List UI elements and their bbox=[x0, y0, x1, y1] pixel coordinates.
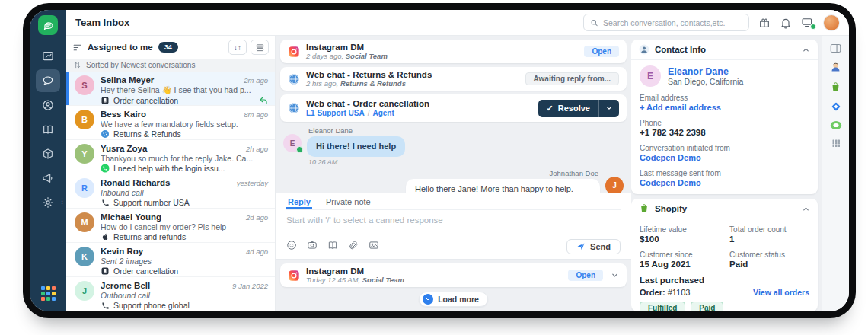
message-preview: We have a few mandatory fields setup. bbox=[101, 120, 268, 129]
assignment-filter-label[interactable]: Assigned to me bbox=[88, 43, 153, 52]
channel-icon bbox=[288, 46, 300, 58]
assigned-agent-link[interactable]: Agent bbox=[372, 109, 394, 117]
conversation-card[interactable]: Web chat - Returns & Refunds 2 hrs ago, … bbox=[280, 67, 627, 91]
shopify-title: Shopify bbox=[655, 204, 687, 213]
send-button[interactable]: Send bbox=[566, 239, 621, 254]
online-status-dot bbox=[810, 24, 816, 30]
active-conversation-card[interactable]: Web chat - Order cancellation L1 Support… bbox=[280, 94, 627, 122]
conversation-card[interactable]: Instagram DM 2 days ago, Social Team Ope… bbox=[280, 40, 627, 63]
message-preview: Inbound call bbox=[101, 188, 268, 197]
conversation-list-item[interactable]: S Selina Meyer 2m ago Hey there Selina 👋… bbox=[66, 72, 275, 106]
thread-panel: Instagram DM 2 days ago, Social Team Ope… bbox=[276, 36, 631, 311]
timestamp: 8m ago bbox=[244, 110, 268, 119]
avatar: B bbox=[75, 110, 94, 129]
message-preview: Hey there Selina 👋 I see that you had p.… bbox=[101, 85, 268, 95]
reply-arrow-icon bbox=[259, 96, 268, 105]
tab-private-note[interactable]: Private note bbox=[324, 196, 372, 207]
nav-orders-icon[interactable] bbox=[36, 142, 60, 165]
contact-name-link[interactable]: Eleanor Dane bbox=[668, 66, 743, 77]
chat-status-icon[interactable] bbox=[801, 17, 814, 28]
global-search[interactable] bbox=[583, 14, 749, 31]
contact-name: Yusra Zoya bbox=[101, 144, 147, 153]
avatar: K bbox=[75, 247, 94, 266]
whatsapp-widget-icon[interactable] bbox=[830, 120, 842, 130]
notifications-bell-icon[interactable] bbox=[780, 17, 792, 29]
collapse-chevron-up-icon[interactable] bbox=[802, 46, 810, 54]
camera-icon[interactable] bbox=[307, 240, 318, 254]
attachment-icon[interactable] bbox=[348, 240, 359, 254]
load-more-button[interactable]: Load more bbox=[419, 292, 488, 307]
resolve-button[interactable]: ✓Resolve bbox=[538, 100, 619, 117]
emoji-icon[interactable] bbox=[286, 240, 297, 254]
reply-composer: Reply Private note Send bbox=[276, 193, 631, 260]
profile-avatar[interactable] bbox=[823, 14, 840, 31]
order-count-value: 1 bbox=[729, 234, 809, 244]
conversation-list-item[interactable]: K Kevin Roy 4d ago Sent 2 images Order c… bbox=[66, 243, 275, 277]
channel-icon bbox=[101, 232, 110, 241]
conversation-list-panel: Assigned to me 34 ↓↑ Sorted by Newest co… bbox=[66, 36, 276, 311]
timestamp: 4d ago bbox=[246, 247, 268, 256]
initiated-from-link[interactable]: Codepen Demo bbox=[640, 153, 809, 162]
message-preview: Thankyou so much for the reply Jake. Ca.… bbox=[101, 154, 268, 163]
nav-contacts-icon[interactable] bbox=[36, 94, 60, 116]
lifetime-value-label: Lifetime value bbox=[640, 225, 723, 234]
collapse-chevron-up-icon[interactable] bbox=[802, 205, 810, 213]
conversation-card[interactable]: Instagram DM Today 12:45 AM, Social Team… bbox=[280, 263, 627, 287]
contact-location: San Diego, California bbox=[668, 77, 743, 86]
view-all-orders-link[interactable]: View all orders bbox=[753, 288, 809, 297]
conversation-list-item[interactable]: R Ronald Richards yesterday Inbound call… bbox=[66, 174, 275, 209]
filter-menu-icon[interactable] bbox=[72, 43, 82, 53]
channel-icon bbox=[288, 73, 300, 85]
device-frame: ⋮ Team Inbox bbox=[23, 3, 856, 318]
nav-reports-icon[interactable] bbox=[36, 45, 60, 68]
nav-settings-icon[interactable]: ⋮ bbox=[36, 191, 60, 214]
search-input[interactable] bbox=[603, 18, 742, 27]
resolve-dropdown-caret[interactable] bbox=[599, 100, 619, 117]
search-icon bbox=[590, 18, 598, 27]
conversation-title: Instagram DM bbox=[306, 43, 578, 52]
initiated-from-label: Conversation initiated from bbox=[640, 144, 809, 152]
channel-icon bbox=[101, 266, 110, 276]
status-badge: Open bbox=[584, 46, 619, 57]
sort-button[interactable]: ↓↑ bbox=[228, 40, 247, 55]
add-email-link[interactable]: + Add email address bbox=[640, 103, 809, 112]
avatar: J bbox=[605, 177, 624, 193]
integration-diamond-icon[interactable] bbox=[831, 101, 841, 112]
conversation-tag-label: I need help with the login issu... bbox=[113, 164, 225, 173]
conversation-list-item[interactable]: B Bess Kairo 8m ago We have a few mandat… bbox=[66, 106, 275, 140]
view-toggle-button[interactable] bbox=[251, 40, 269, 55]
last-message-from-link[interactable]: Codepen Demo bbox=[640, 178, 809, 187]
last-message-from-label: Last message sent from bbox=[640, 169, 809, 177]
phone-value: +1 782 342 2398 bbox=[640, 128, 809, 137]
tab-reply[interactable]: Reply bbox=[286, 196, 312, 207]
canned-response-book-icon[interactable] bbox=[327, 240, 338, 254]
channel-icon bbox=[101, 198, 110, 207]
sorted-by-bar[interactable]: Sorted by Newest conversations bbox=[66, 59, 275, 72]
gift-icon[interactable] bbox=[758, 17, 771, 29]
grid-icon[interactable] bbox=[831, 139, 841, 148]
nav-campaigns-icon[interactable] bbox=[36, 167, 60, 190]
nav-conversations-icon[interactable] bbox=[36, 69, 60, 92]
timestamp: 2m ago bbox=[244, 76, 268, 85]
panel-toggle-icon[interactable] bbox=[830, 43, 841, 53]
reply-input[interactable] bbox=[286, 210, 621, 236]
chevron-down-icon[interactable] bbox=[611, 271, 619, 279]
chevron-down-icon bbox=[423, 294, 433, 305]
shopify-widget-icon[interactable] bbox=[830, 81, 841, 93]
image-icon[interactable] bbox=[369, 240, 379, 254]
avatar: R bbox=[75, 178, 94, 198]
conversation-list-item[interactable]: Y Yusra Zoya 2h ago Thankyou so much for… bbox=[66, 140, 275, 174]
contact-info-card: Contact Info E Eleanor Dane San Diego, C… bbox=[631, 40, 818, 194]
app-logo[interactable] bbox=[38, 15, 58, 35]
contact-widget-icon[interactable] bbox=[830, 62, 841, 73]
conversation-list-item[interactable]: J Jerome Bell 9 Jan 2022 Outbound call S… bbox=[66, 277, 275, 311]
assigned-team-link[interactable]: L1 Support USA bbox=[306, 109, 365, 117]
contact-name: Jerome Bell bbox=[101, 281, 150, 290]
left-nav-rail: ⋮ bbox=[30, 10, 66, 311]
conversation-subtitle: Today 12:45 AM, Social Team bbox=[306, 276, 562, 284]
conversation-list-item[interactable]: M Michael Young 2d ago How do I cancel m… bbox=[66, 209, 275, 243]
apps-grid-icon[interactable] bbox=[36, 282, 60, 305]
status-badge: Awaiting reply from... bbox=[525, 72, 620, 85]
nav-knowledge-base-icon[interactable] bbox=[36, 118, 60, 141]
right-widgets-panel: Contact Info E Eleanor Dane San Diego, C… bbox=[631, 36, 822, 311]
